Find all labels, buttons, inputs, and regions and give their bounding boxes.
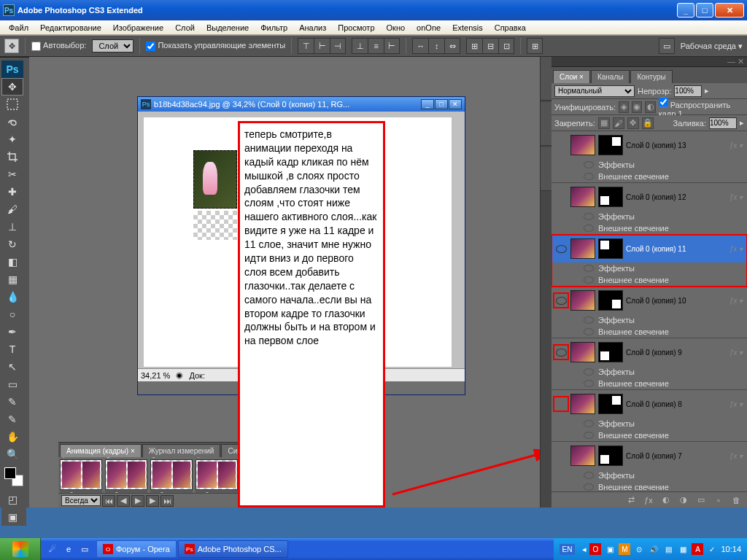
distribute-buttons[interactable]: ↔↕⇔ [412,38,460,54]
fx-indicator[interactable]: ƒx ▾ [729,349,743,357]
layer-name[interactable]: Слой 0 (копия) 12 [626,193,727,201]
effects-row[interactable]: Эффекты [551,262,747,274]
first-frame-button[interactable]: ⏮ [102,495,115,507]
menu-item[interactable]: Анализ [293,22,332,34]
zoom-readout[interactable]: 34,21 % [141,371,170,380]
panel-menu-button[interactable]: — ✕ [727,57,744,66]
autoselect-checkbox[interactable]: Автовыбор: [31,41,86,51]
panel-tab[interactable]: Контуры [630,70,672,83]
lasso-tool[interactable] [1,113,23,131]
workspace-dropdown[interactable]: Рабочая среда ▾ [681,42,743,51]
visibility-toggle[interactable] [554,190,568,203]
tray-icon[interactable]: ⊙ [633,543,645,555]
menu-item[interactable]: Окно [381,22,411,34]
pen-tool[interactable]: ✒ [1,323,23,341]
history-brush-tool[interactable]: ↻ [1,236,23,253]
layer-thumbnail[interactable] [570,290,595,311]
glow-effect-row[interactable]: Внешнее свечение [551,222,747,234]
menu-item[interactable]: Изображение [107,22,169,34]
layer-row[interactable]: Слой 0 (копия) 9 ƒx ▾ [551,338,747,366]
next-frame-button[interactable]: ▶ [146,495,159,507]
gradient-tool[interactable]: ▦ [1,271,23,288]
tray-icon[interactable]: ▣ [604,543,616,555]
layer-name[interactable]: Слой 0 (копия) 13 [626,141,727,149]
fx-indicator[interactable]: ƒx ▾ [729,193,743,201]
layer-style-button[interactable]: ƒx [642,494,655,506]
close-button[interactable]: ✕ [715,3,744,18]
layer-thumbnail[interactable] [570,446,595,466]
hand-tool[interactable]: ✋ [1,428,23,446]
menu-item[interactable]: onOne [411,22,446,34]
wand-tool[interactable]: ✦ [1,131,23,148]
layer-row[interactable]: Слой 0 (копия) 7 ƒx ▾ [551,442,747,470]
effects-row[interactable]: Эффекты [551,211,747,222]
layer-group-button[interactable]: ▭ [694,494,708,506]
eraser-tool[interactable]: ◧ [1,253,23,271]
start-button[interactable] [0,538,41,560]
layer-row[interactable]: Слой 0 (копия) 11 ƒx ▾ [551,235,747,262]
tray-icon[interactable]: ▦ [677,543,689,555]
loop-dropdown[interactable]: Всегда [61,495,101,506]
layer-thumbnail[interactable] [570,394,595,414]
layer-thumbnail[interactable] [570,238,595,259]
quicklaunch-icon[interactable]: e [61,541,76,557]
animation-frame[interactable]: 40 сек. ▾ [60,457,102,493]
layer-row[interactable]: Слой 0 (копия) 8 ƒx ▾ [551,390,747,418]
doc-maximize-button[interactable]: □ [435,99,448,109]
new-layer-button[interactable]: ▫ [712,494,725,506]
layer-thumbnail[interactable] [570,135,595,155]
mask-thumbnail[interactable] [598,394,623,414]
visibility-toggle[interactable] [554,242,568,255]
layer-row[interactable]: Слой 0 (копия) 12 ƒx ▾ [551,183,747,211]
layer-mask-button[interactable]: ◐ [659,494,673,506]
taskbar-task[interactable]: PsAdobe Photoshop CS... [178,540,288,558]
quickmask-toggle[interactable]: ◰ [1,491,23,508]
unify-style-icon[interactable]: ◐ [645,101,655,113]
fill-arrow[interactable]: ▸ [740,118,744,128]
distribute-buttons-2[interactable]: ⊞⊟⊡ [466,38,514,54]
layer-name[interactable]: Слой 0 (копия) 7 [626,452,727,460]
docinfo-icon[interactable]: ◉ [176,370,183,380]
workspace-icon[interactable]: ▭ [659,38,675,54]
image-layer[interactable] [193,150,237,209]
layer-name[interactable]: Слой 0 (копия) 11 [626,245,727,253]
prev-frame-button[interactable]: ◀ [117,495,130,507]
tray-icon[interactable]: ✓ [706,543,718,555]
tray-icon[interactable]: M [619,543,630,555]
animation-frame[interactable]: 50 сек. ▾ [105,457,147,493]
notes-tool[interactable]: ✎ [1,393,23,411]
screenmode-toggle[interactable]: ▣ [1,508,23,526]
align-buttons[interactable]: ⊤⊢⊣ [298,38,346,54]
arrange-button[interactable]: ⊞ [527,38,543,54]
tray-icon[interactable]: A [692,543,703,555]
animation-tab[interactable]: Анимация (кадры) × [60,444,142,457]
menu-item[interactable]: Справка [489,22,532,34]
visibility-toggle[interactable] [554,449,568,462]
menu-item[interactable]: Extensis [446,22,489,34]
menu-item[interactable]: Выделение [201,22,255,34]
panel-tab[interactable]: Слои × [553,70,590,83]
visibility-toggle[interactable] [554,139,568,152]
quicklaunch-icon[interactable]: ▭ [77,541,92,557]
last-frame-button[interactable]: ⏭ [160,495,174,507]
crop-tool[interactable] [1,148,23,166]
fx-indicator[interactable]: ƒx ▾ [729,452,743,460]
fx-indicator[interactable]: ƒx ▾ [729,297,743,305]
mask-thumbnail[interactable] [598,238,623,259]
shape-tool[interactable]: ▭ [1,376,23,393]
tray-icon[interactable]: O [589,543,601,555]
mask-thumbnail[interactable] [598,342,623,362]
show-controls-checkbox[interactable]: Показать управляющие элементы [146,41,285,51]
unify-vis-icon[interactable]: ◉ [632,101,642,113]
glow-effect-row[interactable]: Внешнее свечение [551,378,747,389]
collapsed-panels[interactable] [540,57,551,508]
layer-name[interactable]: Слой 0 (копия) 10 [626,297,727,305]
blur-tool[interactable]: 💧 [1,288,23,306]
unify-pos-icon[interactable]: ◈ [619,101,629,113]
doc-minimize-button[interactable]: _ [421,99,434,109]
glow-effect-row[interactable]: Внешнее свечение [551,481,747,491]
visibility-toggle[interactable] [554,294,568,307]
propagate-checkbox[interactable]: Распространить кадр 1 [659,96,744,118]
doc-close-button[interactable]: ✕ [449,99,462,109]
animation-frame[interactable]: 70 сек. ▾ [196,457,238,493]
